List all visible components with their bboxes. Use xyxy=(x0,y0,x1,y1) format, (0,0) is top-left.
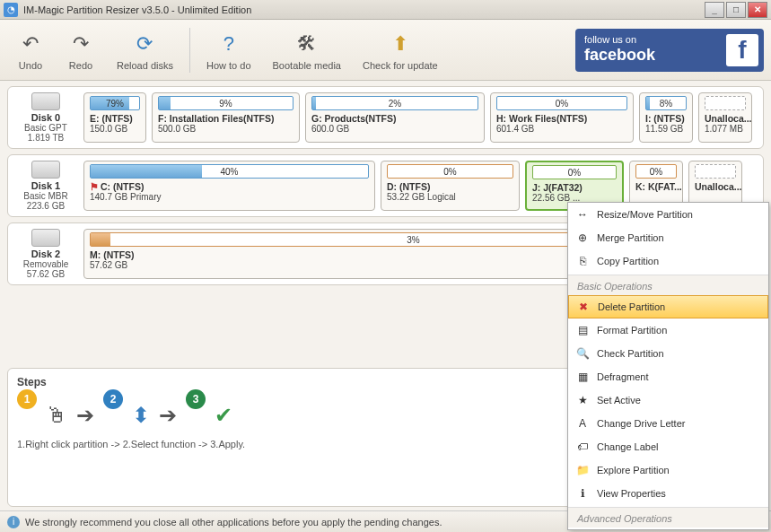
reload-button[interactable]: ⟳Reload disks xyxy=(108,26,182,74)
ctx-setactive[interactable]: ★Set Active xyxy=(568,388,768,412)
ctx-defrag[interactable]: ▦Defragment xyxy=(568,365,768,388)
update-icon: ⬆ xyxy=(386,30,415,58)
partition[interactable]: 8%I: (NTFS)11.59 GB xyxy=(639,92,693,143)
partition-title: J: J(FAT32) xyxy=(532,182,617,193)
ctx-format[interactable]: ▤Format Partition xyxy=(568,318,768,342)
partition-size: 11.59 GB xyxy=(645,124,687,134)
partition-size: 1.077 MB xyxy=(705,124,746,134)
ctx-viewprops[interactable]: ℹView Properties xyxy=(568,482,768,505)
step-2-badge: 2 xyxy=(103,389,123,409)
partition-size: 150.0 GB xyxy=(90,124,140,134)
disk-row: Disk 0Basic GPT1.819 TB79%E: (NTFS)150.0… xyxy=(7,86,764,149)
checkmark-icon: ✔ xyxy=(215,403,232,428)
delete-icon: ✖ xyxy=(576,300,591,314)
partition[interactable]: 9%F: Installation Files(NTFS)500.0 GB xyxy=(152,92,300,143)
update-button[interactable]: ⬆Check for update xyxy=(354,26,447,74)
usage-bar: 0% xyxy=(387,164,513,179)
partition[interactable]: 79%E: (NTFS)150.0 GB xyxy=(83,92,146,143)
active-icon: ★ xyxy=(575,393,590,407)
ctx-resize[interactable]: ↔Resize/Move Partition xyxy=(568,203,768,226)
usage-bar: 2% xyxy=(311,96,478,110)
steps-panel: Steps 1🖱 ➔ 2⬍ ➔ 3✔ 1.Right click partiti… xyxy=(7,368,595,507)
close-button[interactable]: ✕ xyxy=(748,2,767,18)
steps-title: Steps xyxy=(17,376,585,388)
defrag-icon: ▦ xyxy=(575,370,590,384)
disk-label: Disk 2Removable57.62 GB xyxy=(13,229,78,279)
resize-icon: ⬍ xyxy=(132,403,150,428)
context-menu: ↔Resize/Move Partition ⊕Merge Partition … xyxy=(567,202,769,530)
partition[interactable]: 2%G: Products(NTFS)600.0 GB xyxy=(305,92,485,143)
partition-title: ⚑C: (NTFS) xyxy=(90,181,369,192)
label-icon: 🏷 xyxy=(575,440,590,454)
disk-icon xyxy=(31,92,60,110)
usage-bar: 40% xyxy=(90,164,369,179)
usage-bar: 9% xyxy=(158,96,294,110)
ctx-copy[interactable]: ⎘Copy Partition xyxy=(568,249,768,273)
info-icon: i xyxy=(7,516,20,528)
partition[interactable]: 0%H: Work Files(NTFS)601.4 GB xyxy=(490,92,634,143)
format-icon: ▤ xyxy=(575,323,590,337)
usage-bar: 8% xyxy=(645,96,687,110)
partition-title: Unalloca... xyxy=(705,113,746,124)
copy-icon: ⎘ xyxy=(575,254,590,268)
bootable-button[interactable]: 🛠Bootable media xyxy=(264,26,350,74)
partition-title: Unalloca... xyxy=(695,181,736,192)
help-icon: ? xyxy=(215,30,243,58)
step-1-badge: 1 xyxy=(17,389,37,409)
howto-button[interactable]: ?How to do xyxy=(197,26,260,74)
usage-bar: 0% xyxy=(496,96,627,110)
window-title: IM-Magic Partition Resizer v3.5.0 - Unli… xyxy=(23,4,251,15)
partition-title: G: Products(NTFS) xyxy=(311,113,478,124)
letter-icon: A xyxy=(575,416,590,431)
partition-size: 53.22 GB Logical xyxy=(387,192,513,202)
partition[interactable]: 40%⚑C: (NTFS)140.7 GB Primary xyxy=(83,161,375,211)
disk-icon xyxy=(31,229,60,247)
mouse-icon: 🖱 xyxy=(46,403,67,428)
facebook-icon: f xyxy=(726,34,758,66)
facebook-banner[interactable]: follow us onfacebook f xyxy=(575,29,764,72)
disk-icon xyxy=(31,161,60,179)
partition-title: F: Installation Files(NTFS) xyxy=(158,113,294,124)
step-3-badge: 3 xyxy=(186,389,206,409)
disk-label: Disk 0Basic GPT1.819 TB xyxy=(13,92,78,143)
ctx-merge[interactable]: ⊕Merge Partition xyxy=(568,226,768,249)
toolbar: ↶Undo ↷Redo ⟳Reload disks ?How to do 🛠Bo… xyxy=(0,20,771,81)
titlebar: ◔ IM-Magic Partition Resizer v3.5.0 - Un… xyxy=(0,0,771,20)
undo-button[interactable]: ↶Undo xyxy=(7,26,54,74)
minimize-button[interactable]: _ xyxy=(705,2,724,18)
partition[interactable]: 0%D: (NTFS)53.22 GB Logical xyxy=(381,161,520,211)
props-icon: ℹ xyxy=(575,486,590,501)
partition[interactable]: Unalloca...1.077 MB xyxy=(698,92,752,143)
ctx-delete[interactable]: ✖Delete Partition xyxy=(568,295,768,318)
merge-icon: ⊕ xyxy=(575,231,590,245)
ctx-basic-header: Basic Operations xyxy=(568,275,768,295)
ctx-check[interactable]: 🔍Check Partition xyxy=(568,342,768,365)
partition-size: 600.0 GB xyxy=(311,124,478,134)
partition-size: 500.0 GB xyxy=(158,124,294,134)
app-icon: ◔ xyxy=(4,3,18,17)
wrench-icon: 🛠 xyxy=(293,30,321,58)
ctx-changelabel[interactable]: 🏷Change Label xyxy=(568,435,768,458)
undo-icon: ↶ xyxy=(16,30,45,58)
redo-icon: ↷ xyxy=(66,30,95,58)
usage-bar: 0% xyxy=(532,165,617,179)
resize-icon: ↔ xyxy=(575,207,590,222)
maximize-button[interactable]: □ xyxy=(726,2,746,18)
check-icon: 🔍 xyxy=(575,346,590,361)
partition-size: 140.7 GB Primary xyxy=(90,192,369,202)
partition-size: 601.4 GB xyxy=(496,124,627,134)
partition-title: K: K(FAT... xyxy=(635,181,677,192)
partition-title: I: (NTFS) xyxy=(645,113,687,124)
separator xyxy=(189,28,190,73)
redo-button[interactable]: ↷Redo xyxy=(57,26,104,74)
partition-title: E: (NTFS) xyxy=(90,113,140,124)
usage-bar xyxy=(705,96,746,110)
usage-bar: 0% xyxy=(635,164,677,179)
ctx-changeletter[interactable]: AChange Drive Letter xyxy=(568,412,768,435)
usage-bar: 79% xyxy=(90,96,140,110)
steps-caption: 1.Right click partition -> 2.Select func… xyxy=(17,439,585,449)
disk-label: Disk 1Basic MBR223.6 GB xyxy=(13,161,78,211)
reload-icon: ⟳ xyxy=(130,30,159,58)
ctx-explore[interactable]: 📁Explore Partition xyxy=(568,458,768,482)
ctx-adv-header: Advanced Operations xyxy=(568,507,768,528)
